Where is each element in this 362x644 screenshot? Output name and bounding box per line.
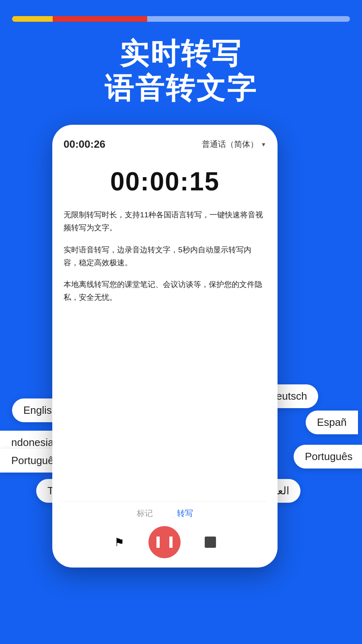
chevron-down-icon: ▼ (261, 141, 266, 148)
desc-3: 本地离线转写您的课堂笔记、会议访谈等，保护您的文件隐私，安全无忧。 (64, 278, 266, 304)
title-line2: 语音转文字 (0, 71, 362, 105)
lang-selector[interactable]: 普通话（简体） ▼ (202, 139, 266, 150)
lang-tag-espanol2[interactable]: Españ (306, 411, 358, 434)
progress-yellow (12, 16, 53, 22)
control-row: ⚑ (64, 526, 266, 558)
flag-icon[interactable]: ⚑ (114, 536, 124, 549)
lang-selector-label: 普通话（简体） (202, 139, 258, 150)
desc-2: 实时语音转写，边录音边转文字，5秒内自动显示转写内容，稳定高效极速。 (64, 244, 266, 270)
desc-1: 无限制转写时长，支持11种各国语言转写，一键快速将音视频转写为文字。 (64, 208, 266, 235)
stop-button[interactable] (205, 537, 216, 548)
tab-mark[interactable]: 标记 (137, 508, 153, 519)
timer-small: 00:00:26 (64, 138, 105, 151)
progress-white (147, 16, 350, 22)
timer-large: 00:00:15 (64, 167, 266, 196)
lang-tag-portugues2[interactable]: Português (294, 445, 362, 469)
phone-header: 00:00:26 普通话（简体） ▼ (64, 138, 266, 151)
progress-red (53, 16, 147, 22)
phone-bottom: 标记 转写 ⚑ (64, 502, 266, 558)
main-title: 实时转写 语音转文字 (0, 36, 362, 106)
pause-button[interactable] (148, 526, 181, 558)
tab-transcribe[interactable]: 转写 (177, 508, 193, 519)
title-line1: 实时转写 (0, 36, 362, 71)
phone-mockup: 00:00:26 普通话（简体） ▼ 00:00:15 无限制转写时长，支持11… (52, 125, 278, 568)
progress-bar (12, 16, 350, 22)
description-block: 无限制转写时长，支持11种各国语言转写，一键快速将音视频转写为文字。 实时语音转… (64, 208, 266, 502)
tab-row: 标记 转写 (64, 508, 266, 519)
